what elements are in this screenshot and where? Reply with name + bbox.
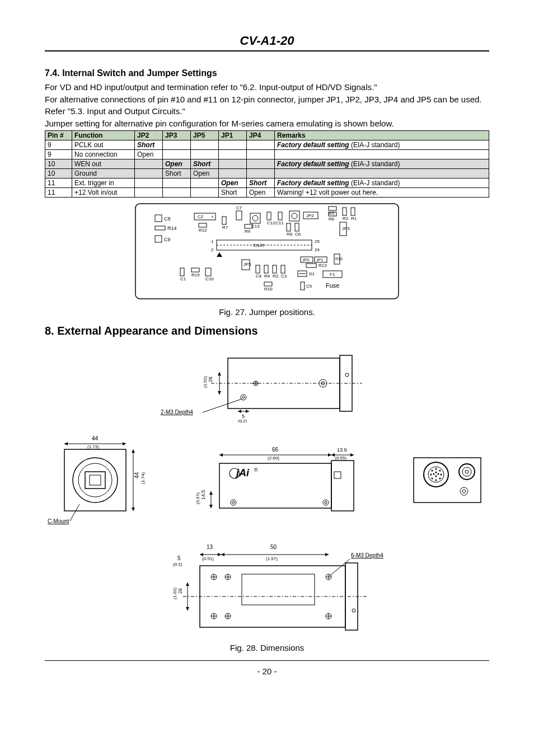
svg-text:(1.02): (1.02)	[203, 376, 208, 388]
svg-marker-120	[132, 508, 135, 511]
section-7-4-heading: 7.4. Internal Switch and Jumper Settings	[45, 68, 489, 78]
svg-line-102	[203, 399, 242, 412]
svg-line-211	[330, 559, 350, 576]
svg-rect-59	[256, 265, 260, 273]
svg-text:R6: R6	[329, 217, 335, 222]
svg-text:C10: C10	[205, 276, 214, 281]
pcb-diagram-icon: C8 R14 C9 C2+ R12 R7 C7 C13 R9 C12 C11 J…	[133, 201, 401, 302]
svg-point-110	[78, 463, 112, 497]
table-row: 9 No connection Open	[45, 150, 489, 159]
svg-text:2-M3 Depth4: 2-M3 Depth4	[161, 409, 193, 415]
svg-point-93	[345, 373, 349, 377]
table-row: 10 WEN out Open Short Factory default se…	[45, 159, 489, 169]
svg-text:®: ®	[254, 467, 258, 473]
svg-point-163	[435, 476, 437, 477]
svg-marker-199	[221, 553, 224, 556]
svg-rect-112	[90, 475, 101, 485]
svg-text:C9: C9	[164, 237, 171, 242]
svg-marker-115	[123, 442, 126, 445]
svg-text:R5: R5	[329, 211, 335, 216]
para-3: Jumper setting for alternative pin confi…	[45, 118, 489, 129]
svg-text:R2: R2	[343, 216, 349, 221]
svg-text:C-Mount: C-Mount	[48, 518, 69, 524]
th-func: Function	[72, 131, 135, 140]
side-view-icon: jAi® 66 (2.60) 13.9 (0.55) 14.5 (0.57)	[191, 444, 371, 516]
svg-point-155	[439, 470, 441, 472]
svg-marker-136	[219, 453, 223, 457]
svg-text:C7: C7	[236, 205, 242, 210]
table-row: 9 PCLK out Short Factory default setting…	[45, 140, 489, 150]
svg-text:R15: R15	[191, 273, 200, 278]
svg-rect-67	[264, 282, 272, 286]
svg-text:44: 44	[134, 472, 140, 478]
svg-marker-206	[186, 583, 189, 586]
svg-text:R1: R1	[351, 216, 357, 221]
svg-point-153	[435, 468, 437, 470]
svg-text:JP1: JP1	[316, 258, 323, 262]
svg-text:R7: R7	[222, 225, 228, 230]
svg-marker-104	[238, 410, 241, 413]
para-1: For VD and HD input/output and terminati…	[45, 82, 489, 93]
th-remarks: Remarks	[275, 131, 489, 140]
svg-text:JP5: JP5	[243, 262, 251, 267]
svg-text:Fuse: Fuse	[326, 282, 339, 289]
bottom-view-icon: 13 (0.51) 50 (1.97) 5 (0.2) 26 (1.02) 6-…	[138, 538, 396, 638]
svg-rect-126	[331, 461, 354, 511]
svg-rect-170	[200, 566, 345, 627]
svg-text:R9: R9	[245, 229, 251, 234]
svg-point-164	[435, 472, 437, 473]
svg-text:R12: R12	[199, 228, 207, 233]
svg-text:JP3: JP3	[342, 226, 350, 231]
svg-rect-33	[329, 206, 336, 210]
rear-connector-icon	[405, 449, 489, 511]
svg-text:R8: R8	[287, 232, 293, 237]
svg-text:C6: C6	[295, 232, 301, 237]
svg-text:(0.57): (0.57)	[195, 492, 200, 504]
svg-rect-3	[155, 226, 165, 230]
svg-point-166	[462, 467, 471, 476]
svg-point-128	[231, 500, 236, 505]
svg-text:(1.97): (1.97)	[266, 556, 278, 561]
svg-text:2: 2	[211, 247, 214, 252]
svg-rect-23	[278, 212, 282, 220]
svg-text:(2.60): (2.60)	[268, 456, 279, 461]
svg-rect-55	[205, 268, 211, 276]
svg-rect-10	[199, 223, 207, 227]
svg-marker-146	[209, 491, 213, 495]
svg-marker-147	[209, 505, 213, 508]
table-row: 11 +12 Volt in/out Short Open Warning! +…	[45, 188, 489, 198]
svg-text:(1.74): (1.74)	[140, 472, 146, 484]
front-view-icon: 44 (1.73) 44 (1.74) C-Mount	[45, 433, 157, 528]
table-header-row: Pin # Function JP2 JP3 JP5 JP1 JP4 Remar…	[45, 131, 489, 140]
svg-rect-53	[191, 268, 199, 272]
svg-text:R3: R3	[273, 274, 279, 279]
svg-point-17	[252, 215, 258, 221]
svg-text:D1: D1	[309, 271, 315, 276]
svg-text:6-M3 Depth4: 6-M3 Depth4	[351, 552, 383, 558]
svg-marker-207	[186, 607, 189, 611]
svg-text:26: 26	[208, 377, 213, 382]
svg-point-26	[292, 213, 297, 219]
svg-text:44: 44	[92, 435, 99, 442]
table-row: 10 Ground Short Open	[45, 169, 489, 179]
svg-text:(1.73): (1.73)	[87, 444, 99, 449]
svg-rect-127	[334, 472, 341, 478]
svg-point-95	[242, 396, 245, 398]
svg-text:C1: C1	[180, 276, 186, 281]
svg-point-158	[432, 478, 433, 480]
svg-rect-65	[281, 265, 285, 273]
th-jp4: JP4	[247, 131, 275, 140]
svg-rect-191	[242, 574, 315, 605]
svg-point-154	[432, 470, 433, 472]
svg-point-159	[439, 478, 441, 480]
svg-text:(0.2): (0.2)	[238, 419, 247, 422]
section-8-heading: 8. External Appearance and Dimensions	[45, 325, 489, 337]
svg-rect-61	[264, 265, 268, 273]
svg-point-168	[460, 487, 468, 495]
svg-line-124	[70, 504, 79, 521]
jumper-table: Pin # Function JP2 JP3 JP5 JP1 JP4 Remar…	[45, 130, 489, 198]
svg-marker-114	[64, 442, 68, 445]
fig27-drawing: C8 R14 C9 C2+ R12 R7 C7 C13 R9 C12 C11 J…	[133, 201, 401, 302]
svg-point-109	[73, 458, 118, 503]
svg-rect-25	[289, 211, 299, 221]
